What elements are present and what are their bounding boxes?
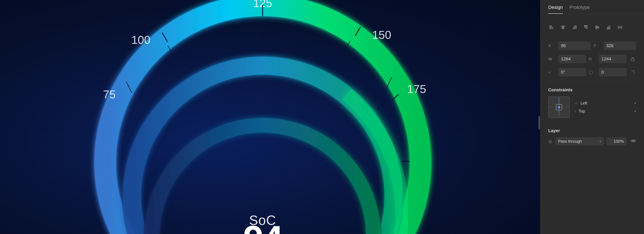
constraint-vertical-select[interactable]: ↕ Top ▾ bbox=[574, 109, 636, 114]
canvas: SoC 94 75 100 125 150 175 bbox=[0, 0, 540, 234]
layer-row: ◎ Pass through ▾ 100% bbox=[548, 137, 636, 145]
h-label: H bbox=[589, 57, 597, 61]
blend-mode-label: Pass through bbox=[558, 139, 582, 144]
svg-rect-29 bbox=[573, 28, 576, 29]
w-label: W bbox=[548, 57, 556, 61]
svg-point-43 bbox=[632, 140, 634, 141]
svg-rect-22 bbox=[550, 28, 553, 29]
constraint-h-icon: ↔ bbox=[574, 101, 578, 105]
align-left-button[interactable] bbox=[548, 24, 555, 31]
divider-1 bbox=[548, 81, 636, 81]
visibility-toggle[interactable] bbox=[630, 139, 636, 144]
svg-rect-28 bbox=[574, 26, 576, 27]
align-right-button[interactable] bbox=[571, 24, 578, 31]
constraints-widget[interactable] bbox=[548, 97, 570, 118]
rotation-label: ↙ bbox=[548, 70, 556, 74]
canvas-scrollbar[interactable] bbox=[538, 59, 540, 187]
constraints-header: Constraints bbox=[548, 87, 636, 93]
w-input[interactable]: 1264 bbox=[558, 55, 586, 63]
svg-line-19 bbox=[377, 104, 383, 109]
y-prop: Y 326 bbox=[594, 41, 636, 50]
panel-content: X 95 Y 326 W 1264 H 1244 bbox=[540, 14, 644, 234]
tab-design[interactable]: Design bbox=[548, 5, 563, 14]
layer-header: Layer bbox=[548, 128, 636, 133]
align-middle-v-button[interactable] bbox=[594, 24, 600, 31]
position-xy-row: X 95 Y 326 bbox=[548, 41, 636, 50]
lock-aspect-button[interactable] bbox=[629, 57, 636, 61]
rotation-prop: ↙ 0° bbox=[548, 68, 586, 76]
svg-text:150: 150 bbox=[372, 28, 391, 41]
size-wh-row: W 1264 H 1244 bbox=[548, 55, 636, 63]
x-input[interactable]: 95 bbox=[558, 41, 591, 50]
constraint-v-chevron: ▾ bbox=[634, 109, 636, 113]
right-panel: Design Prototype bbox=[540, 0, 644, 234]
constraint-tick-right bbox=[568, 107, 569, 107]
panel-tabs: Design Prototype bbox=[540, 0, 644, 14]
corner-resize-button[interactable] bbox=[629, 70, 636, 74]
y-label: Y bbox=[594, 43, 602, 48]
distribute-button[interactable] bbox=[617, 24, 623, 31]
constraints-dropdowns: ↔ Left ▾ ↕ Top ▾ bbox=[574, 101, 636, 114]
constraint-dot bbox=[558, 106, 560, 108]
align-center-h-button[interactable] bbox=[560, 24, 566, 31]
svg-rect-31 bbox=[584, 26, 586, 28]
corner-prop: ◯ 0 bbox=[589, 68, 627, 76]
w-prop: W 1264 bbox=[548, 55, 586, 63]
constraint-v-value: Top bbox=[578, 109, 585, 114]
svg-rect-42 bbox=[631, 59, 634, 61]
x-label: X bbox=[548, 43, 556, 48]
align-bottom-button[interactable] bbox=[605, 24, 612, 31]
svg-text:100: 100 bbox=[131, 33, 150, 46]
constraint-v-icon: ↕ bbox=[574, 109, 576, 114]
svg-rect-38 bbox=[609, 26, 610, 29]
corner-label: ◯ bbox=[589, 70, 597, 74]
h-input[interactable]: 1244 bbox=[599, 55, 627, 63]
constraint-tick-top bbox=[559, 97, 559, 99]
constraint-tick-bottom bbox=[559, 116, 559, 117]
constraint-horizontal-select[interactable]: ↔ Left ▾ bbox=[574, 101, 636, 106]
opacity-input[interactable]: 100% bbox=[606, 137, 626, 145]
tab-prototype[interactable]: Prototype bbox=[570, 5, 590, 14]
svg-text:175: 175 bbox=[407, 83, 426, 95]
blend-mode-select[interactable]: Pass through ▾ bbox=[556, 137, 604, 145]
rotation-input[interactable]: 0° bbox=[558, 68, 586, 76]
svg-text:75: 75 bbox=[103, 88, 116, 101]
align-top-button[interactable] bbox=[582, 24, 589, 31]
gauge-container: SoC 94 75 100 125 150 175 bbox=[78, 0, 447, 234]
svg-rect-37 bbox=[607, 27, 608, 29]
svg-text:94: 94 bbox=[243, 218, 283, 234]
align-toolbar bbox=[548, 20, 636, 36]
blend-mode-icon: ◎ bbox=[548, 139, 552, 144]
constraint-h-chevron: ▾ bbox=[634, 101, 636, 105]
constraint-tick-left bbox=[548, 107, 550, 107]
y-input[interactable]: 326 bbox=[604, 41, 636, 50]
svg-rect-21 bbox=[550, 26, 552, 27]
corner-input[interactable]: 0 bbox=[599, 68, 627, 76]
blend-mode-chevron: ▾ bbox=[600, 139, 601, 143]
constraint-h-value: Left bbox=[580, 101, 587, 106]
svg-rect-41 bbox=[619, 26, 621, 28]
svg-rect-32 bbox=[586, 26, 587, 29]
constraints-row: ↔ Left ▾ ↕ Top ▾ bbox=[548, 97, 636, 118]
x-prop: X 95 bbox=[548, 41, 591, 50]
h-prop: H 1244 bbox=[589, 55, 627, 63]
rotation-corner-row: ↙ 0° ◯ 0 bbox=[548, 68, 636, 76]
